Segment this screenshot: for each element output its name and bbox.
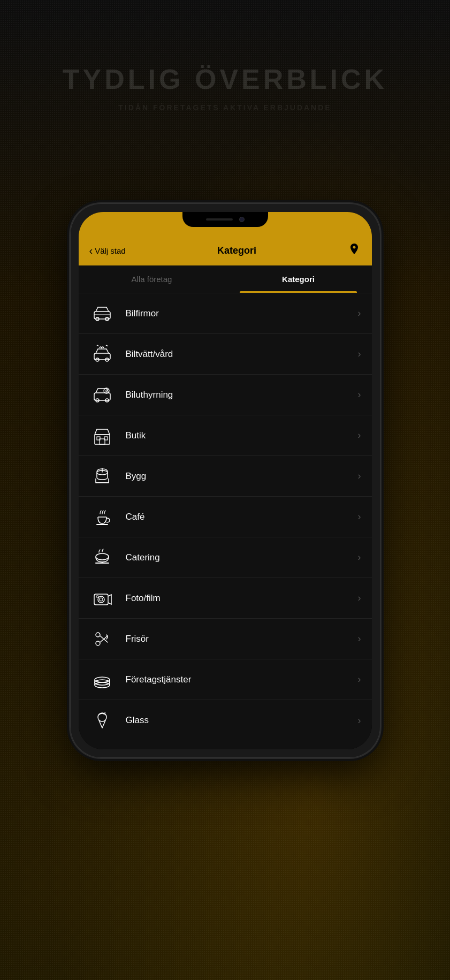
catering-chevron-icon: › (358, 552, 361, 563)
biluthyrning-label: Biluthyrning (126, 390, 358, 400)
bygg-icon (89, 464, 115, 489)
butik-label: Butik (126, 430, 358, 441)
tab-alla-foretag[interactable]: Alla företag (79, 265, 225, 293)
frisor-label: Frisör (126, 634, 358, 644)
phone-frame: ‹ Välj stad Kategori Alla företag Katego… (70, 203, 380, 758)
svg-rect-19 (96, 596, 98, 597)
notch-bar (206, 218, 233, 221)
category-item-frisor[interactable]: Frisör › (79, 619, 372, 659)
tab-kategori[interactable]: Kategori (225, 265, 372, 293)
bygg-chevron-icon: › (358, 470, 361, 482)
hero-subtitle: TIDÅN FÖRETAGETS AKTIVA ERBJUDANDE (0, 103, 450, 112)
svg-point-17 (98, 596, 104, 603)
bilfirmor-icon (89, 301, 115, 326)
category-item-bygg[interactable]: Bygg › (79, 456, 372, 497)
foretagstjanster-chevron-icon: › (358, 674, 361, 685)
fotofilm-label: Foto/film (126, 593, 358, 604)
svg-point-20 (96, 633, 100, 637)
category-item-butik[interactable]: Butik › (79, 415, 372, 456)
category-item-cafe[interactable]: Café › (79, 497, 372, 537)
glass-chevron-icon: › (358, 715, 361, 726)
notch-camera (239, 217, 245, 222)
hero-section: TYDLIG ÖVERBLICK TIDÅN FÖRETAGETS AKTIVA… (0, 64, 450, 112)
category-item-foretagstjanster[interactable]: Företagstjänster › (79, 659, 372, 700)
status-bar (79, 212, 372, 235)
biltvatt-label: Biltvätt/vård (126, 349, 358, 360)
svg-point-15 (96, 553, 109, 560)
nav-back-button[interactable]: ‹ Välj stad (89, 245, 126, 256)
glass-icon (89, 708, 115, 733)
frisor-icon (89, 626, 115, 652)
hero-title: TYDLIG ÖVERBLICK (0, 64, 450, 95)
frisor-chevron-icon: › (358, 633, 361, 644)
category-item-bilfirmor[interactable]: Bilfirmor › (79, 293, 372, 334)
safe-area-bottom (79, 741, 372, 749)
category-item-catering[interactable]: Catering › (79, 537, 372, 578)
cafe-chevron-icon: › (358, 511, 361, 522)
cafe-label: Café (126, 512, 358, 522)
nav-title: Kategori (217, 245, 256, 256)
tab-alla-foretag-label: Alla företag (132, 275, 172, 284)
tab-bar: Alla företag Kategori (79, 265, 372, 293)
glass-label: Glass (126, 715, 358, 726)
catering-label: Catering (126, 552, 358, 563)
back-chevron-icon: ‹ (89, 245, 93, 256)
fotofilm-chevron-icon: › (358, 592, 361, 604)
category-item-fotofilm[interactable]: Foto/film › (79, 578, 372, 619)
svg-point-18 (100, 598, 103, 601)
phone-inner: ‹ Välj stad Kategori Alla företag Katego… (79, 212, 372, 749)
svg-point-21 (96, 641, 100, 645)
category-item-biltvatt[interactable]: Biltvätt/vård › (79, 334, 372, 375)
butik-chevron-icon: › (358, 430, 361, 441)
catering-icon (89, 545, 115, 571)
butik-icon (89, 423, 115, 449)
foretagstjanster-label: Företagstjänster (126, 674, 358, 685)
biluthyrning-icon (89, 382, 115, 408)
tab-kategori-label: Kategori (282, 275, 315, 284)
cafe-icon (89, 504, 115, 530)
bygg-label: Bygg (126, 471, 358, 482)
notch (182, 212, 268, 227)
biluthyrning-chevron-icon: › (358, 389, 361, 400)
bilfirmor-label: Bilfirmor (126, 308, 358, 319)
nav-bar: ‹ Välj stad Kategori (79, 235, 372, 265)
biltvatt-icon (89, 341, 115, 367)
location-icon[interactable] (348, 242, 361, 259)
nav-back-label: Välj stad (95, 246, 126, 255)
category-item-biluthyrning[interactable]: Biluthyrning › (79, 375, 372, 415)
category-list: Bilfirmor › (79, 293, 372, 741)
bilfirmor-chevron-icon: › (358, 308, 361, 319)
foretagstjanster-icon (89, 667, 115, 693)
fotofilm-icon (89, 586, 115, 611)
category-item-glass[interactable]: Glass › (79, 700, 372, 741)
phone-wrapper: ‹ Välj stad Kategori Alla företag Katego… (70, 203, 380, 758)
biltvatt-chevron-icon: › (358, 348, 361, 360)
